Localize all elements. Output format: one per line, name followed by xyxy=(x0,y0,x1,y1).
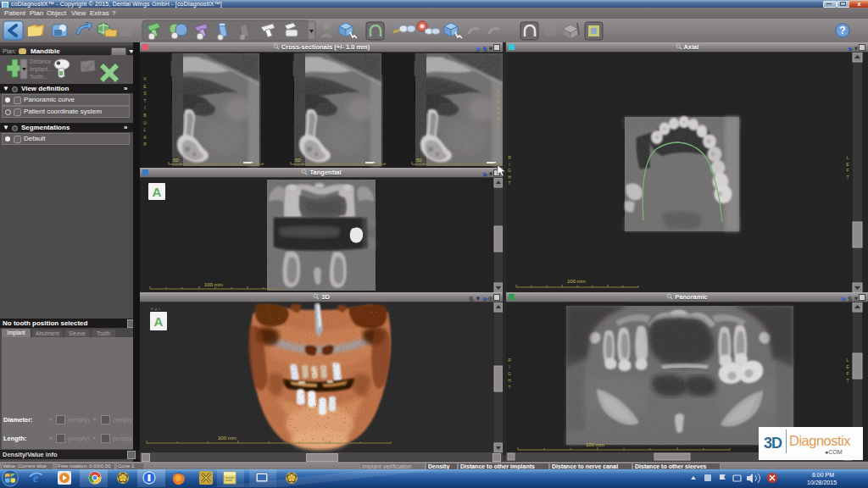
svg-text:LEFT: LEFT xyxy=(846,358,849,383)
svg-text:Tooth...: Tooth... xyxy=(30,74,48,80)
svg-text:100 mm: 100 mm xyxy=(586,442,604,447)
svg-text:Implant...: Implant... xyxy=(30,66,53,73)
svg-text:R ▲ L: R ▲ L xyxy=(151,307,161,311)
svg-text:100 mm: 100 mm xyxy=(218,435,236,441)
svg-text:RIGHT: RIGHT xyxy=(508,155,511,186)
svg-text:100 mm: 100 mm xyxy=(567,279,586,284)
svg-text:?: ? xyxy=(839,25,845,36)
svg-text:VESTIBULAR: VESTIBULAR xyxy=(143,76,147,147)
svg-text:6:00 PM: 6:00 PM xyxy=(812,472,834,478)
svg-text:Distance: Distance xyxy=(30,58,52,64)
svg-text:LEFT: LEFT xyxy=(846,155,849,180)
svg-text:RIGHT: RIGHT xyxy=(508,358,511,390)
svg-text:A: A xyxy=(154,314,164,329)
svg-text:10/28/2015: 10/28/2015 xyxy=(807,480,837,485)
svg-text:A: A xyxy=(153,185,162,199)
svg-text:100 mm: 100 mm xyxy=(204,282,223,287)
